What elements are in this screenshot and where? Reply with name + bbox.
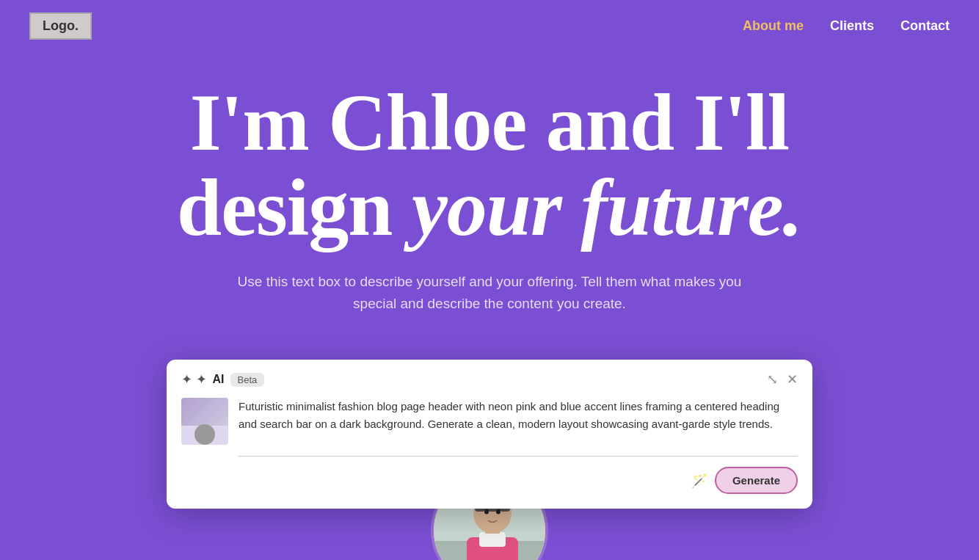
navbar: Logo. About me Clients Contact <box>0 0 979 51</box>
logo[interactable]: Logo. <box>29 12 92 40</box>
hero-subtext: Use this text box to describe yourself a… <box>233 271 746 316</box>
hero-heading: I'm Chloe and I'll design your future. <box>177 81 802 250</box>
ai-prompt-input[interactable] <box>239 398 798 457</box>
sparkle-icon: ✦ ✦ <box>181 371 207 388</box>
collapse-icon[interactable]: ⤡ <box>767 371 778 388</box>
ai-panel-actions: ⤡ ✕ <box>767 371 798 388</box>
ai-panel-left: ✦ ✦ AI Beta <box>181 371 264 388</box>
svg-point-10 <box>496 509 501 514</box>
hero-heading-line2-normal: design <box>177 163 412 252</box>
close-icon[interactable]: ✕ <box>787 371 798 388</box>
ai-panel-header: ✦ ✦ AI Beta ⤡ ✕ <box>181 371 798 388</box>
nav-clients[interactable]: Clients <box>830 18 874 34</box>
nav-links: About me Clients Contact <box>743 18 950 34</box>
ai-label: AI <box>213 373 225 386</box>
nav-about-me[interactable]: About me <box>743 18 804 34</box>
hero-heading-line2-italic: your future. <box>412 163 802 252</box>
generate-button[interactable]: Generate <box>715 467 798 494</box>
svg-rect-3 <box>479 532 506 547</box>
magic-wand-icon[interactable]: 🪄 <box>691 473 707 489</box>
ai-textarea-wrapper <box>239 398 798 459</box>
nav-contact[interactable]: Contact <box>900 18 950 34</box>
thumbnail-avatar <box>194 424 215 445</box>
beta-badge: Beta <box>230 373 265 387</box>
ai-thumbnail <box>181 398 228 445</box>
ai-panel: ✦ ✦ AI Beta ⤡ ✕ 🪄 Generate <box>167 360 812 509</box>
svg-point-9 <box>484 509 489 514</box>
ai-panel-footer: 🪄 Generate <box>181 467 798 494</box>
ai-panel-body <box>181 398 798 459</box>
hero-heading-line1: I'm Chloe and I'll <box>190 78 789 167</box>
